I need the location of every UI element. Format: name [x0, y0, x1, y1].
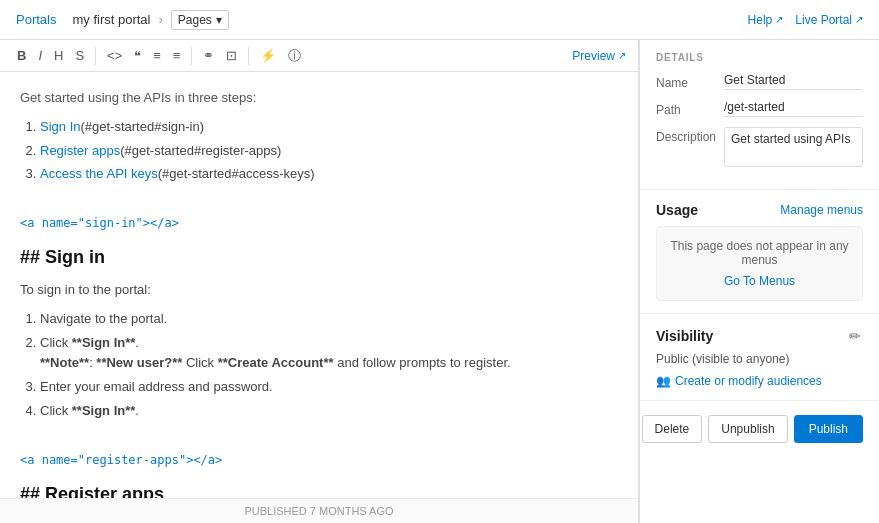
usage-info-box: This page does not appear in any menus G…	[656, 226, 863, 301]
step-3: Access the API keys(#get-started#access-…	[40, 164, 618, 185]
step-1: Sign In(#get-started#sign-in)	[40, 117, 618, 138]
strikethrough-button[interactable]: S	[70, 46, 89, 65]
toolbar-sep-3	[248, 47, 249, 65]
portals-link[interactable]: Portals	[16, 12, 56, 27]
portal-name: my first portal	[72, 12, 150, 27]
preview-link[interactable]: Preview ↗	[572, 49, 626, 63]
desc-field-textarea[interactable]	[724, 127, 863, 167]
main-layout: B I H S <> ❝ ≡ ≡ ⚭ ⊡ ⚡ ⓘ Preview ↗	[0, 40, 879, 523]
usage-info-text: This page does not appear in any menus	[669, 239, 850, 267]
signin-step-4: Click **Sign In**.	[40, 401, 618, 422]
usage-title: Usage	[656, 202, 698, 218]
manage-menus-link[interactable]: Manage menus	[780, 203, 863, 217]
help-ext-icon: ↗	[775, 14, 783, 25]
italic-button[interactable]: I	[33, 46, 47, 65]
create-audience-link[interactable]: 👥 Create or modify audiences	[656, 374, 863, 388]
signin-step-3: Enter your email address and password.	[40, 377, 618, 398]
action-buttons: Delete Unpublish Publish	[640, 401, 879, 457]
quote-button[interactable]: ❝	[129, 46, 146, 65]
path-field-label: Path	[656, 100, 724, 117]
visibility-title: Visibility	[656, 328, 713, 344]
delete-button[interactable]: Delete	[642, 415, 703, 443]
code-button[interactable]: <>	[102, 46, 127, 65]
editor-panel: B I H S <> ❝ ≡ ≡ ⚭ ⊡ ⚡ ⓘ Preview ↗	[0, 40, 639, 523]
unpublish-button[interactable]: Unpublish	[708, 415, 787, 443]
publish-button[interactable]: Publish	[794, 415, 863, 443]
info-button[interactable]: ⓘ	[283, 46, 306, 65]
help-link[interactable]: Help ↗	[748, 13, 784, 27]
published-bar: PUBLISHED 7 MONTHS AGO	[0, 498, 638, 523]
name-field-value[interactable]: Get Started	[724, 73, 863, 90]
details-section: DETAILS Name Get Started Path /get-start…	[640, 40, 879, 190]
live-portal-link[interactable]: Live Portal ↗	[795, 13, 863, 27]
path-field-row: Path /get-started	[656, 100, 863, 117]
ol-button[interactable]: ≡	[168, 46, 186, 65]
toolbar-buttons: B I H S <> ❝ ≡ ≡ ⚭ ⊡ ⚡ ⓘ	[12, 46, 306, 65]
heading-register: ## Register apps	[20, 480, 618, 498]
pages-dropdown[interactable]: Pages ▾	[171, 10, 229, 30]
dropdown-arrow-icon: ▾	[216, 13, 222, 27]
name-field-row: Name Get Started	[656, 73, 863, 90]
edit-visibility-button[interactable]: ✏	[847, 326, 863, 346]
visibility-section: Visibility ✏ Public (visible to anyone) …	[640, 314, 879, 401]
editor-toolbar: B I H S <> ❝ ≡ ≡ ⚭ ⊡ ⚡ ⓘ Preview ↗	[0, 40, 638, 72]
top-navigation: Portals my first portal › Pages ▾ Help ↗…	[0, 0, 879, 40]
steps-signin-list: Navigate to the portal. Click **Sign In*…	[40, 309, 618, 422]
right-panel: DETAILS Name Get Started Path /get-start…	[639, 40, 879, 523]
usage-header: Usage Manage menus	[656, 202, 863, 218]
para-sign-in: To sign in to the portal:	[20, 280, 618, 301]
go-to-menus-link[interactable]: Go To Menus	[724, 274, 795, 288]
visibility-header: Visibility ✏	[656, 326, 863, 346]
name-field-label: Name	[656, 73, 724, 90]
breadcrumb-arrow: ›	[158, 12, 162, 27]
signin-step-1: Navigate to the portal.	[40, 309, 618, 330]
published-text: PUBLISHED 7 MONTHS AGO	[244, 505, 393, 517]
signin-step-2: Click **Sign In**.**Note**: **New user?*…	[40, 333, 618, 375]
pages-label: Pages	[178, 13, 212, 27]
anchor-register: <a name="register-apps"></a>	[20, 451, 618, 470]
visibility-value: Public (visible to anyone)	[656, 352, 863, 366]
steps-list: Sign In(#get-started#sign-in) Register a…	[40, 117, 618, 185]
link-button[interactable]: ⚭	[198, 46, 219, 65]
heading-sign-in: ## Sign in	[20, 243, 618, 272]
intro-text: Get started using the APIs in three step…	[20, 88, 618, 109]
ul-button[interactable]: ≡	[148, 46, 166, 65]
anchor-sign-in: <a name="sign-in"></a>	[20, 214, 618, 233]
image-button[interactable]: ⊡	[221, 46, 242, 65]
desc-field-label: Description	[656, 127, 724, 144]
live-portal-ext-icon: ↗	[855, 14, 863, 25]
bold-button[interactable]: B	[12, 46, 31, 65]
path-field-value[interactable]: /get-started	[724, 100, 863, 117]
toolbar-sep-2	[191, 47, 192, 65]
lightning-button[interactable]: ⚡	[255, 46, 281, 65]
heading-button[interactable]: H	[49, 46, 68, 65]
preview-ext-icon: ↗	[618, 50, 626, 61]
step-2: Register apps(#get-started#register-apps…	[40, 141, 618, 162]
desc-field-row: Description	[656, 127, 863, 167]
toolbar-sep-1	[95, 47, 96, 65]
audience-link-text: Create or modify audiences	[675, 374, 822, 388]
breadcrumb: Portals my first portal › Pages ▾	[16, 10, 229, 30]
editor-content[interactable]: Get started using the APIs in three step…	[0, 72, 638, 498]
usage-section: Usage Manage menus This page does not ap…	[640, 190, 879, 314]
audience-icon: 👥	[656, 374, 671, 388]
details-label: DETAILS	[656, 52, 863, 63]
top-nav-right: Help ↗ Live Portal ↗	[748, 13, 863, 27]
